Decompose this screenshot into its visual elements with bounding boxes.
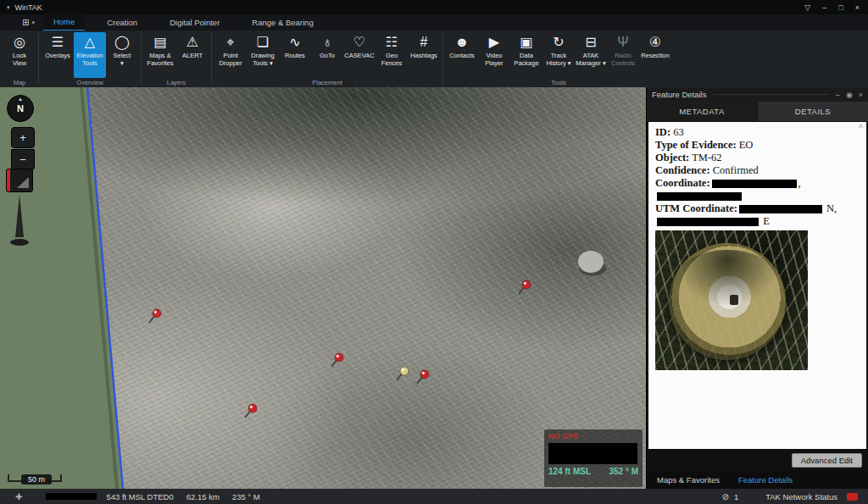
tab-creation[interactable]: Creation bbox=[97, 14, 147, 30]
ribbon-group-label: Overview bbox=[76, 78, 103, 87]
field-value: EO bbox=[737, 139, 754, 151]
map-pin-6[interactable] bbox=[245, 404, 257, 418]
map-view[interactable]: ▲ N + − 50 m NO GPS 124 ft MSL 352 ° M bbox=[0, 87, 646, 489]
ribbon-item-label: Select ▾ bbox=[114, 53, 131, 67]
ribbon-item-track-history[interactable]: ↻Track History ▾ bbox=[542, 32, 575, 78]
panel-tab-metadata[interactable]: METADATA bbox=[647, 102, 757, 121]
track-history-icon: ↻ bbox=[553, 34, 564, 53]
field-label: ID: bbox=[655, 126, 670, 138]
field-value: N, bbox=[824, 202, 837, 214]
map-pin-3[interactable] bbox=[331, 353, 343, 367]
lock-view-icon: ◎ bbox=[14, 34, 25, 53]
ribbon-item-label: Point Dropper bbox=[219, 53, 242, 67]
panel-tab-details[interactable]: DETAILS bbox=[758, 102, 868, 121]
scroll-up-arrow[interactable]: ^ bbox=[859, 123, 863, 133]
status-heading: 235 ° M bbox=[232, 492, 260, 501]
mine-fuze bbox=[730, 295, 738, 305]
field-label: UTM Coordinate: bbox=[655, 202, 737, 214]
status-altitude: 543 ft MSL DTED0 bbox=[106, 492, 173, 501]
menu-grid-icon[interactable]: ⊞ ▾ bbox=[22, 18, 35, 27]
resection-icon: ④ bbox=[649, 34, 661, 53]
ribbon-item-routes[interactable]: ∿Routes bbox=[279, 32, 311, 78]
tab-digital-pointer[interactable]: Digital Pointer bbox=[159, 14, 230, 30]
ribbon-item-select[interactable]: ◯Select ▾ bbox=[106, 32, 138, 78]
ribbon-item-label: Maps & Favorites bbox=[147, 53, 174, 67]
ribbon-item-label: ALERT bbox=[182, 53, 203, 60]
detail-field-line: ID: 63 bbox=[655, 126, 866, 139]
coordinate-redaction bbox=[548, 443, 637, 464]
self-heading: 352 ° M bbox=[609, 467, 638, 476]
tab-range-bearing[interactable]: Range & Bearing bbox=[242, 14, 323, 30]
contacts-icon: ☻ bbox=[455, 34, 470, 53]
ribbon-item-radio-controls[interactable]: ΨRadio Controls bbox=[607, 32, 639, 78]
status-distance: 62.15 km bbox=[186, 492, 220, 501]
detail-field-line bbox=[655, 190, 866, 202]
ribbon-item-video-player[interactable]: ▶Video Player bbox=[478, 32, 510, 78]
tilt-indicator[interactable] bbox=[6, 169, 33, 192]
radio-controls-icon: Ψ bbox=[617, 34, 628, 53]
panel-minimize-icon[interactable]: – bbox=[836, 91, 840, 99]
ribbon-item-label: Contacts bbox=[449, 53, 475, 60]
point-dropper-icon: ⌖ bbox=[226, 34, 234, 53]
field-label: Object: bbox=[655, 152, 689, 163]
data-package-icon: ▣ bbox=[520, 34, 532, 53]
ribbon-item-casevac[interactable]: ♡CASEVAC bbox=[343, 32, 376, 78]
panel-close-icon[interactable]: × bbox=[859, 91, 863, 99]
ribbon-item-contacts[interactable]: ☻Contacts bbox=[446, 32, 478, 78]
self-elevation: 124 ft MSL bbox=[548, 467, 591, 476]
filter-icon[interactable]: ▽ bbox=[804, 3, 810, 12]
maps-favorites-icon: ▤ bbox=[153, 34, 166, 53]
advanced-edit-button[interactable]: Advanced Edit bbox=[792, 453, 862, 468]
pending-count-icon[interactable]: ⊘ bbox=[721, 492, 728, 501]
field-label: Type of Evidence: bbox=[655, 139, 737, 151]
map-pointer-tool[interactable] bbox=[10, 195, 29, 247]
tab-home[interactable]: Home bbox=[43, 14, 85, 31]
ribbon-item-atak-manager[interactable]: ⊟ATAK Manager ▾ bbox=[575, 32, 607, 78]
ribbon-item-goto[interactable]: ♁GoTo bbox=[311, 32, 343, 78]
ribbon-item-label: GoTo bbox=[320, 53, 335, 60]
redaction-bar bbox=[657, 218, 759, 226]
ribbon-item-drawing-tools[interactable]: ❏Drawing Tools ▾ bbox=[247, 32, 279, 78]
tilt-red-stripe bbox=[7, 169, 10, 191]
bottom-tab-maps-favorites[interactable]: Maps & Favorites bbox=[654, 474, 723, 486]
field-value: , bbox=[798, 177, 801, 189]
ribbon-item-label: Lock View bbox=[13, 53, 26, 67]
ribbon-item-lock-view[interactable]: ◎Lock View bbox=[3, 32, 36, 78]
ribbon-item-label: Resection bbox=[641, 53, 669, 60]
ribbon-item-label: Routes bbox=[285, 53, 305, 60]
evidence-photo bbox=[655, 230, 808, 370]
panel-drag-handle[interactable] bbox=[713, 94, 828, 95]
app-menu-icon[interactable]: ▾ bbox=[7, 4, 10, 11]
details-content: ^ ID: 63Type of Evidence: EOObject: TM-6… bbox=[648, 122, 866, 449]
ribbon-item-hashtags[interactable]: #Hashtags bbox=[408, 32, 440, 78]
ribbon-item-resection[interactable]: ④Resection bbox=[639, 32, 671, 78]
detail-field-line: Object: TM-62 bbox=[655, 152, 866, 164]
zoom-in-button[interactable]: + bbox=[11, 127, 35, 148]
network-status-label[interactable]: TAK Network Status bbox=[765, 492, 837, 501]
field-label: Coordinate: bbox=[655, 177, 710, 189]
pending-count: 1 bbox=[734, 492, 738, 501]
ribbon-item-label: Data Package bbox=[514, 53, 538, 67]
close-button[interactable]: × bbox=[855, 3, 860, 12]
map-pin-5[interactable] bbox=[417, 370, 429, 384]
window-title: WinTAK bbox=[15, 3, 42, 12]
minimize-button[interactable]: – bbox=[822, 3, 826, 12]
ribbon-item-elevation-tools[interactable]: △Elevation Tools bbox=[74, 32, 106, 78]
compass-widget[interactable]: ▲ N bbox=[7, 95, 34, 122]
maximize-button[interactable]: □ bbox=[838, 3, 843, 12]
bottom-tab-feature-details[interactable]: Feature Details bbox=[735, 474, 796, 486]
compass-label: N bbox=[17, 103, 24, 114]
ribbon-item-maps-favorites[interactable]: ▤Maps & Favorites bbox=[144, 32, 176, 78]
ribbon-item-geo-fences[interactable]: ☷Geo Fences bbox=[376, 32, 408, 78]
ribbon-item-data-package[interactable]: ▣Data Package bbox=[510, 32, 542, 78]
panel-pin-icon[interactable]: ◉ bbox=[846, 91, 853, 99]
map-pin-1[interactable] bbox=[519, 280, 531, 294]
map-pin-4[interactable] bbox=[397, 367, 409, 380]
ribbon-item-overlays[interactable]: ☰Overlays bbox=[42, 32, 74, 78]
zoom-out-button[interactable]: − bbox=[11, 149, 35, 170]
ribbon-toolbar: ◎Lock ViewMap☰Overlays△Elevation Tools◯S… bbox=[0, 30, 868, 87]
map-pin-2[interactable] bbox=[149, 309, 161, 323]
ribbon-item-alert[interactable]: ⚠ALERT bbox=[176, 32, 209, 78]
ribbon-item-label: Elevation Tools bbox=[77, 53, 103, 67]
ribbon-item-point-dropper[interactable]: ⌖Point Dropper bbox=[214, 32, 247, 78]
